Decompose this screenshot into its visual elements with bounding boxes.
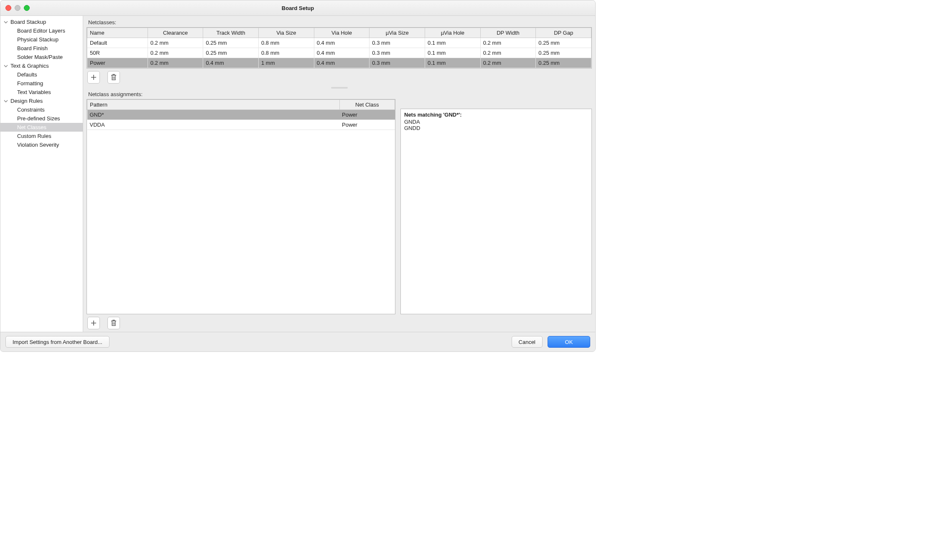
- sidebar-item-defaults[interactable]: Defaults: [0, 70, 83, 79]
- table-cell[interactable]: 0.8 mm: [259, 38, 314, 48]
- table-cell[interactable]: 0.2 mm: [148, 58, 203, 68]
- col-via-hole[interactable]: Via Hole: [314, 28, 370, 38]
- table-cell[interactable]: 0.8 mm: [259, 48, 314, 58]
- table-cell[interactable]: 0.4 mm: [203, 58, 259, 68]
- table-cell[interactable]: 0.1 mm: [425, 48, 481, 58]
- sidebar-item-formatting[interactable]: Formatting: [0, 79, 83, 88]
- matching-nets-panel: Nets matching 'GND*': GNDAGNDD: [400, 109, 592, 314]
- splitter-handle-icon: [331, 87, 348, 89]
- table-cell[interactable]: 0.2 mm: [480, 48, 536, 58]
- table-cell[interactable]: 0.2 mm: [148, 48, 203, 58]
- table-cell[interactable]: 0.3 mm: [370, 58, 425, 68]
- table-cell[interactable]: 0.3 mm: [370, 48, 425, 58]
- col-net-class[interactable]: Net Class: [339, 100, 395, 110]
- splitter[interactable]: [87, 86, 592, 89]
- table-row[interactable]: VDDAPower: [87, 120, 395, 130]
- delete-assignment-button[interactable]: [107, 317, 120, 329]
- netclasses-grid[interactable]: Name Clearance Track Width Via Size Via …: [87, 27, 592, 69]
- sidebar-group-text-graphics: Text & Graphics Defaults Formatting Text…: [0, 61, 83, 97]
- sidebar: Board Stackup Board Editor Layers Physic…: [0, 16, 83, 332]
- table-cell[interactable]: Power: [87, 58, 148, 68]
- col-via-size[interactable]: Via Size: [259, 28, 314, 38]
- table-cell[interactable]: 0.3 mm: [370, 38, 425, 48]
- table-cell[interactable]: 0.1 mm: [425, 58, 481, 68]
- cancel-button[interactable]: Cancel: [512, 336, 543, 348]
- table-cell[interactable]: 0.25 mm: [203, 48, 259, 58]
- sidebar-item-predefined-sizes[interactable]: Pre-defined Sizes: [0, 114, 83, 123]
- table-row[interactable]: 50R0.2 mm0.25 mm0.8 mm0.4 mm0.3 mm0.1 mm…: [87, 48, 591, 58]
- sidebar-group-header[interactable]: Design Rules: [0, 97, 83, 105]
- netclass-cell[interactable]: Power: [339, 110, 395, 120]
- pattern-cell[interactable]: GND*: [87, 110, 340, 120]
- table-cell[interactable]: 0.4 mm: [314, 38, 370, 48]
- sidebar-group-board-stackup: Board Stackup Board Editor Layers Physic…: [0, 18, 83, 61]
- pattern-cell[interactable]: VDDA: [87, 120, 340, 130]
- trash-icon: [111, 74, 117, 81]
- table-cell[interactable]: 0.25 mm: [536, 58, 591, 68]
- table-cell[interactable]: 0.25 mm: [203, 38, 259, 48]
- table-cell[interactable]: 0.25 mm: [536, 48, 591, 58]
- table-cell[interactable]: 0.2 mm: [148, 38, 203, 48]
- assignments-label: Netclass assignments:: [83, 89, 595, 99]
- sidebar-item-constraints[interactable]: Constraints: [0, 105, 83, 114]
- sidebar-item-text-variables[interactable]: Text Variables: [0, 88, 83, 97]
- col-uvia-size[interactable]: µVia Size: [370, 28, 425, 38]
- col-dp-width[interactable]: DP Width: [480, 28, 536, 38]
- footer: Import Settings from Another Board... Ca…: [0, 332, 595, 351]
- table-row[interactable]: GND*Power: [87, 110, 395, 120]
- board-setup-window: Board Setup Board Stackup Board Editor L…: [0, 0, 596, 352]
- assignments-area: Pattern Net Class GND*PowerVDDAPower Net…: [83, 99, 595, 314]
- sidebar-item-board-editor-layers[interactable]: Board Editor Layers: [0, 26, 83, 35]
- ok-button[interactable]: OK: [548, 336, 590, 348]
- sidebar-group-header[interactable]: Text & Graphics: [0, 61, 83, 70]
- sidebar-item-physical-stackup[interactable]: Physical Stackup: [0, 35, 83, 44]
- chevron-down-icon: [4, 20, 9, 24]
- col-dp-gap[interactable]: DP Gap: [536, 28, 591, 38]
- col-track-width[interactable]: Track Width: [203, 28, 259, 38]
- grid-header-row: Pattern Net Class: [87, 100, 395, 110]
- matching-nets-header: Nets matching 'GND*':: [404, 112, 588, 118]
- table-cell[interactable]: 0.2 mm: [480, 58, 536, 68]
- sidebar-group-design-rules: Design Rules Constraints Pre-defined Siz…: [0, 97, 83, 149]
- col-clearance[interactable]: Clearance: [148, 28, 203, 38]
- table-cell[interactable]: 50R: [87, 48, 148, 58]
- titlebar: Board Setup: [0, 0, 595, 16]
- sidebar-group-label: Text & Graphics: [10, 63, 49, 69]
- sidebar-item-board-finish[interactable]: Board Finish: [0, 44, 83, 53]
- col-pattern[interactable]: Pattern: [87, 100, 340, 110]
- table-cell[interactable]: 0.25 mm: [536, 38, 591, 48]
- table-row[interactable]: Default0.2 mm0.25 mm0.8 mm0.4 mm0.3 mm0.…: [87, 38, 591, 48]
- list-item[interactable]: GNDA: [404, 119, 588, 125]
- table-cell[interactable]: 0.4 mm: [314, 48, 370, 58]
- import-settings-button[interactable]: Import Settings from Another Board...: [5, 336, 110, 348]
- delete-netclass-button[interactable]: [107, 71, 120, 84]
- netclass-cell[interactable]: Power: [339, 120, 395, 130]
- table-row[interactable]: Power0.2 mm0.4 mm1 mm0.4 mm0.3 mm0.1 mm0…: [87, 58, 591, 68]
- window-body: Board Stackup Board Editor Layers Physic…: [0, 16, 595, 332]
- sidebar-item-solder-mask-paste[interactable]: Solder Mask/Paste: [0, 53, 83, 61]
- list-item[interactable]: GNDD: [404, 125, 588, 131]
- sidebar-group-label: Board Stackup: [10, 19, 46, 25]
- sidebar-item-violation-severity[interactable]: Violation Severity: [0, 140, 83, 149]
- col-uvia-hole[interactable]: µVia Hole: [425, 28, 481, 38]
- plus-icon: [90, 74, 97, 81]
- table-cell[interactable]: 1 mm: [259, 58, 314, 68]
- plus-icon: [90, 320, 97, 326]
- add-netclass-button[interactable]: [87, 71, 100, 84]
- sidebar-group-header[interactable]: Board Stackup: [0, 18, 83, 26]
- assignments-grid[interactable]: Pattern Net Class GND*PowerVDDAPower: [87, 99, 395, 314]
- content-area: Netclasses: Name Clearance Track Width V…: [83, 16, 595, 332]
- table-cell[interactable]: 0.1 mm: [425, 38, 481, 48]
- table-cell[interactable]: 0.4 mm: [314, 58, 370, 68]
- table-cell[interactable]: 0.2 mm: [480, 38, 536, 48]
- add-assignment-button[interactable]: [87, 317, 100, 329]
- table-cell[interactable]: Default: [87, 38, 148, 48]
- trash-icon: [111, 320, 117, 326]
- sidebar-item-net-classes[interactable]: Net Classes: [0, 123, 83, 132]
- assignment-button-row: [83, 314, 595, 332]
- col-name[interactable]: Name: [87, 28, 148, 38]
- sidebar-item-custom-rules[interactable]: Custom Rules: [0, 132, 83, 140]
- grid-header-row: Name Clearance Track Width Via Size Via …: [87, 28, 591, 38]
- sidebar-group-label: Design Rules: [10, 98, 43, 104]
- assignments-left: Pattern Net Class GND*PowerVDDAPower: [87, 99, 395, 314]
